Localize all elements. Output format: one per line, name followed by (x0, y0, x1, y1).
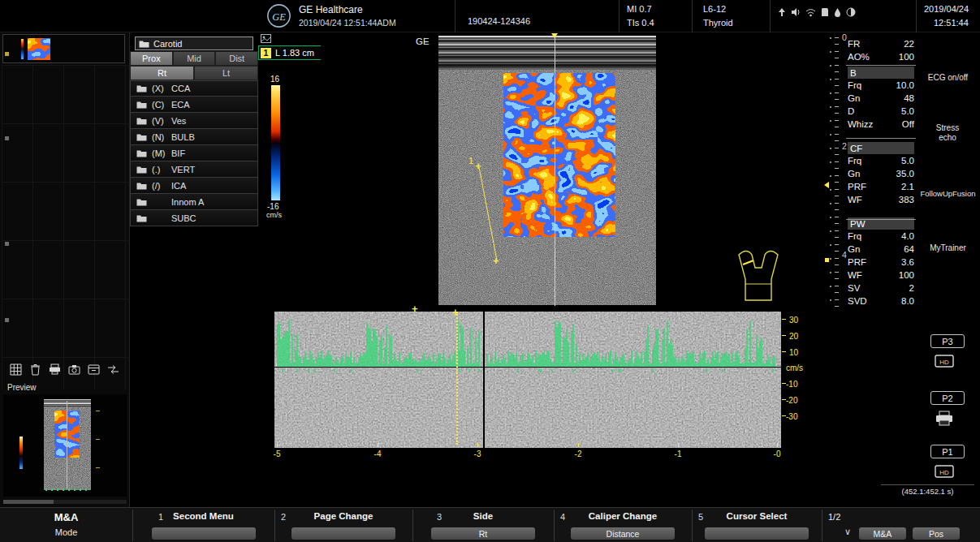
softkey-cursor-select[interactable]: 5 Cursor Select (692, 508, 822, 542)
item-name: VERT (171, 165, 195, 174)
carotid-bifurcation-glyph (732, 248, 784, 307)
ultrasound-screen: GE GE Healthcare 2019/04/24 12:51:44ADM … (0, 0, 980, 542)
color-doppler-roi[interactable] (503, 73, 615, 237)
softkey-value-button[interactable]: Rt (431, 527, 535, 540)
x-tick-label: -1 (675, 450, 682, 458)
softkey-second-menu[interactable]: 1 Second Menu (132, 508, 274, 542)
preview-thumbnail[interactable] (3, 394, 127, 497)
softkey-page-change[interactable]: 2 Page Change (274, 508, 412, 542)
preview-image (44, 399, 91, 490)
save-hd-icon[interactable]: HD (935, 354, 954, 368)
row-marker (5, 52, 9, 56)
spectral-trace (274, 312, 781, 448)
param-label: Gn (848, 244, 860, 254)
pos-button[interactable]: Pos (913, 527, 960, 540)
measure-item-vert[interactable]: (.)VERT (130, 161, 258, 178)
print-p2-icon[interactable] (935, 411, 954, 427)
param-fr: FR22 (848, 37, 914, 50)
row-marker (5, 136, 9, 140)
measure-category-dropdown[interactable]: Carotid (135, 37, 253, 50)
result-value: L 1.83 cm (275, 48, 314, 58)
scrollbar-thumb[interactable] (3, 500, 54, 504)
p3-button[interactable]: P3 (930, 334, 965, 348)
y-tick-label: -20 (786, 396, 797, 405)
ma-button[interactable]: M&A (859, 527, 906, 540)
camera-icon[interactable] (67, 362, 82, 376)
softkey-side[interactable]: 3 Side Rt (412, 508, 554, 542)
depth-ruler (835, 37, 839, 310)
softkey-label: Page Change (274, 511, 412, 521)
p2-button[interactable]: P2 (930, 391, 965, 405)
caliper-cross-start[interactable]: + (475, 162, 481, 170)
print-icon[interactable] (47, 362, 63, 376)
softkey-label: Second Menu (132, 511, 274, 521)
item-prefix: (M) (152, 148, 171, 158)
param-value: 2 (909, 283, 914, 293)
cf-mode-header: CF (848, 142, 914, 154)
preview-colorbar (19, 437, 23, 469)
measure-item-ves[interactable]: (V)Ves (130, 113, 258, 129)
color-scale: 16 -16 cm/s (265, 75, 289, 219)
softkey-label: Side (412, 511, 554, 521)
sv-gate-marker[interactable] (825, 258, 829, 262)
measure-item-bulb[interactable]: (N)BULB (130, 129, 258, 145)
softkey-caliper-change[interactable]: 4 Caliper Change Distance (554, 508, 692, 542)
measure-item-subc[interactable]: SUBC (130, 210, 258, 226)
measure-item-cca[interactable]: (X)CCA (130, 80, 258, 97)
stress-echo-button[interactable]: Stress echo (927, 123, 968, 143)
focus-marker[interactable] (824, 182, 829, 188)
save-hd-icon[interactable]: HD (935, 464, 954, 479)
tis-value: TIs 0.4 (627, 18, 654, 28)
item-prefix: (C) (152, 100, 171, 110)
softkey-value-button[interactable]: Distance (571, 527, 675, 540)
transfer-arrows-icon[interactable] (106, 362, 121, 376)
chevron-down-icon[interactable]: ∨ (844, 527, 851, 537)
mytrainer-button[interactable]: MyTrainer (917, 243, 979, 253)
caliper-number: 1 (468, 156, 473, 166)
item-name: CCA (171, 84, 190, 93)
archive-icon[interactable] (86, 362, 101, 376)
caliper-cross-end[interactable]: + (493, 257, 499, 265)
measure-item-ica[interactable]: (/)ICA (130, 178, 258, 194)
clipboard-active-thumbnail[interactable] (2, 34, 125, 63)
trash-icon[interactable] (28, 362, 43, 376)
y-tick-label: -10 (786, 380, 797, 389)
folder-icon (136, 101, 147, 109)
measure-item-eca[interactable]: (C)ECA (130, 97, 258, 113)
param-pw-sv: SV2 (848, 282, 914, 295)
exam-datetime: 2019/04/24 12:51:44ADM (299, 18, 396, 28)
param-value: 48 (904, 93, 914, 103)
followup-fusion-button[interactable]: FollowUpFusion (917, 189, 979, 198)
spectral-cursor-cross[interactable]: + (452, 308, 459, 316)
item-prefix: (.) (152, 165, 171, 174)
mode-title: M&A (0, 511, 132, 523)
roi-top-marker (551, 33, 558, 38)
y-tick-label: 20 (789, 332, 798, 341)
time-cursor-line[interactable] (456, 312, 458, 445)
tab-mid[interactable]: Mid (173, 51, 216, 66)
tab-prox[interactable]: Prox (130, 51, 173, 66)
position-tabs: Prox Mid Dist (130, 51, 258, 66)
param-value: 100 (899, 52, 914, 62)
top-bar: GE GE Healthcare 2019/04/24 12:51:44ADM … (0, 0, 980, 32)
clipboard-grid[interactable] (2, 65, 128, 389)
tab-rt[interactable]: Rt (130, 66, 194, 80)
measure-item-bif[interactable]: (M)BIF (130, 145, 258, 161)
param-label: FR (848, 39, 860, 49)
measure-item-innom-a[interactable]: Innom A (130, 194, 258, 210)
tab-lt[interactable]: Lt (194, 66, 258, 80)
softkey-value-button[interactable] (152, 527, 256, 540)
p1-button[interactable]: P1 (930, 445, 965, 458)
y-tick (782, 351, 786, 352)
spectral-caliper-cross[interactable]: + (412, 305, 418, 313)
spectral-baseline (274, 367, 781, 368)
clipboard-scrollbar[interactable] (3, 500, 127, 504)
layout-grid-icon[interactable] (8, 362, 24, 376)
bottom-bar: M&A Mode 1 Second Menu 2 Page Change 3 S… (0, 507, 980, 542)
softkey-value-button[interactable] (705, 527, 809, 540)
pw-cursor-line[interactable] (555, 36, 555, 306)
tab-dist[interactable]: Dist (215, 51, 258, 66)
ecg-button[interactable]: ECG on/off (917, 73, 979, 83)
softkey-value-button[interactable] (291, 527, 395, 540)
param-label: WF (848, 270, 862, 280)
